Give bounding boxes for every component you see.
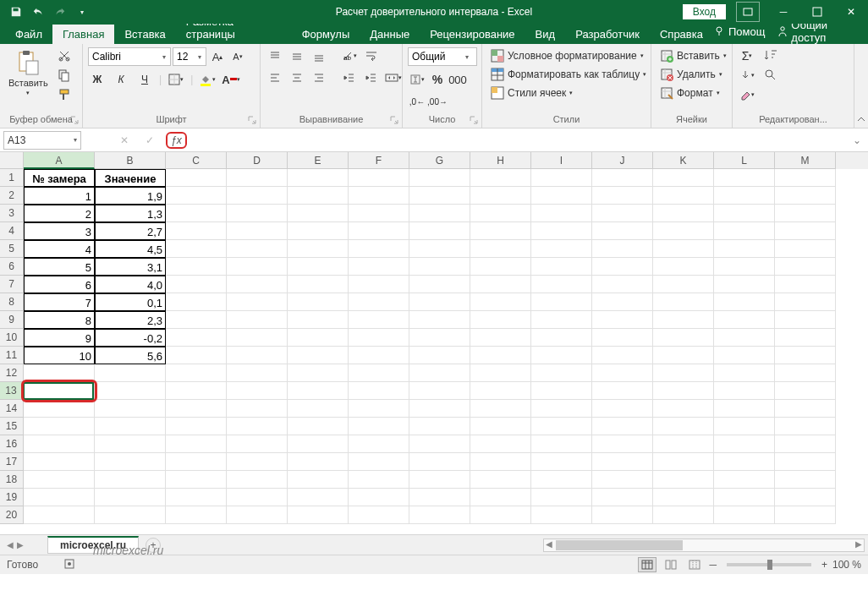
cell[interactable] xyxy=(714,293,775,311)
cell[interactable] xyxy=(592,435,653,453)
italic-button[interactable]: К xyxy=(112,71,130,88)
cell[interactable] xyxy=(166,222,227,240)
cell[interactable] xyxy=(24,506,95,524)
cell[interactable] xyxy=(288,169,349,187)
chevron-down-icon[interactable]: ▾ xyxy=(74,136,77,144)
font-color-button[interactable]: A▾ xyxy=(222,71,240,88)
tab-data[interactable]: Данные xyxy=(360,25,420,44)
row-header[interactable]: 6 xyxy=(0,258,24,276)
cell[interactable] xyxy=(775,418,836,435)
cell[interactable] xyxy=(349,453,409,471)
cell[interactable] xyxy=(775,471,836,489)
cell[interactable] xyxy=(227,205,288,222)
normal-view-button[interactable] xyxy=(638,557,656,572)
tab-developer[interactable]: Разработчик xyxy=(565,25,650,44)
cell[interactable] xyxy=(409,453,470,471)
col-header-f[interactable]: F xyxy=(349,152,409,169)
cell[interactable] xyxy=(349,293,409,311)
cell[interactable] xyxy=(349,471,409,489)
cell[interactable] xyxy=(409,311,470,329)
col-header-d[interactable]: D xyxy=(227,152,288,169)
cell[interactable] xyxy=(653,453,714,471)
col-header-b[interactable]: B xyxy=(95,152,166,169)
cell[interactable] xyxy=(592,453,653,471)
cell[interactable] xyxy=(227,276,288,293)
cell[interactable] xyxy=(775,347,836,364)
cell[interactable] xyxy=(592,489,653,506)
sheet-nav-next[interactable]: ▶ xyxy=(17,540,24,550)
cut-button[interactable] xyxy=(55,47,74,64)
chevron-down-icon[interactable]: ▾ xyxy=(158,53,170,61)
cell[interactable] xyxy=(166,506,227,524)
cell[interactable] xyxy=(227,364,288,382)
cell[interactable] xyxy=(166,293,227,311)
cell[interactable] xyxy=(531,506,592,524)
qat-customize[interactable]: ▾ xyxy=(73,3,91,21)
cell[interactable] xyxy=(349,506,409,524)
cell[interactable] xyxy=(409,258,470,276)
cell[interactable] xyxy=(24,400,95,418)
cell[interactable] xyxy=(714,240,775,258)
cell[interactable]: 6 xyxy=(24,276,95,293)
cell[interactable] xyxy=(470,311,531,329)
cell[interactable] xyxy=(653,489,714,506)
cell[interactable] xyxy=(592,311,653,329)
cell[interactable] xyxy=(592,293,653,311)
row-header[interactable]: 18 xyxy=(0,471,24,489)
redo-button[interactable] xyxy=(51,3,69,21)
cell[interactable]: 4 xyxy=(24,240,95,258)
cell[interactable] xyxy=(409,489,470,506)
cell[interactable] xyxy=(95,382,166,400)
cell[interactable] xyxy=(470,276,531,293)
cell[interactable]: 8 xyxy=(24,311,95,329)
cell[interactable] xyxy=(653,169,714,187)
cell[interactable] xyxy=(592,506,653,524)
cell[interactable] xyxy=(653,506,714,524)
cell[interactable] xyxy=(166,276,227,293)
cell[interactable] xyxy=(227,400,288,418)
cell[interactable]: 7 xyxy=(24,293,95,311)
cell[interactable] xyxy=(349,169,409,187)
tab-formulas[interactable]: Формулы xyxy=(292,25,360,44)
cell[interactable] xyxy=(531,471,592,489)
cell[interactable] xyxy=(531,382,592,400)
cell[interactable] xyxy=(95,364,166,382)
row-header[interactable]: 2 xyxy=(0,187,24,205)
cell[interactable] xyxy=(409,506,470,524)
borders-button[interactable]: ▾ xyxy=(167,71,185,88)
cell[interactable] xyxy=(349,435,409,453)
cell[interactable] xyxy=(227,293,288,311)
cell[interactable] xyxy=(531,222,592,240)
cell[interactable]: 10 xyxy=(24,347,95,364)
cell[interactable] xyxy=(349,240,409,258)
cell[interactable] xyxy=(227,382,288,400)
cell[interactable]: 4,5 xyxy=(95,240,166,258)
cell[interactable] xyxy=(714,187,775,205)
cell[interactable] xyxy=(653,329,714,347)
cell[interactable] xyxy=(714,364,775,382)
cell[interactable] xyxy=(409,276,470,293)
cell[interactable] xyxy=(653,418,714,435)
cell[interactable] xyxy=(775,258,836,276)
cell[interactable] xyxy=(531,258,592,276)
cell[interactable] xyxy=(288,453,349,471)
align-center-button[interactable] xyxy=(288,69,306,86)
zoom-level[interactable]: 100 % xyxy=(832,559,861,571)
cancel-formula-button[interactable]: ✕ xyxy=(115,132,134,149)
tab-view[interactable]: Вид xyxy=(525,25,566,44)
cell[interactable] xyxy=(288,329,349,347)
cell[interactable] xyxy=(470,364,531,382)
col-header-k[interactable]: K xyxy=(653,152,714,169)
cell[interactable] xyxy=(653,293,714,311)
clear-button[interactable]: ▾ xyxy=(738,86,756,103)
cell[interactable] xyxy=(349,258,409,276)
cell[interactable] xyxy=(714,169,775,187)
cell[interactable] xyxy=(227,311,288,329)
cell[interactable] xyxy=(288,347,349,364)
cell[interactable] xyxy=(166,453,227,471)
row-header[interactable]: 9 xyxy=(0,311,24,329)
cell[interactable]: 0,1 xyxy=(95,293,166,311)
format-cells-button[interactable]: Формат▾ xyxy=(656,85,723,101)
cell[interactable] xyxy=(95,489,166,506)
cell[interactable] xyxy=(653,311,714,329)
